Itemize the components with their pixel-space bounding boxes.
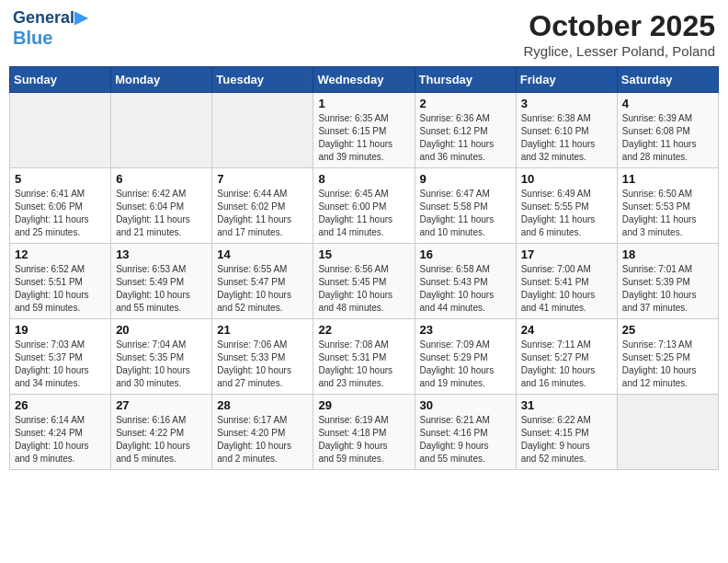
calendar-cell: 17Sunrise: 7:00 AMSunset: 5:41 PMDayligh… xyxy=(516,244,617,319)
calendar-cell: 31Sunrise: 6:22 AMSunset: 4:15 PMDayligh… xyxy=(516,395,617,470)
calendar-cell: 19Sunrise: 7:03 AMSunset: 5:37 PMDayligh… xyxy=(10,319,111,395)
calendar-cell: 28Sunrise: 6:17 AMSunset: 4:20 PMDayligh… xyxy=(212,395,313,470)
day-number: 13 xyxy=(116,247,207,261)
calendar-week-row: 19Sunrise: 7:03 AMSunset: 5:37 PMDayligh… xyxy=(10,319,719,395)
day-info: Sunrise: 6:45 AMSunset: 6:00 PMDaylight:… xyxy=(318,188,409,239)
calendar-cell: 20Sunrise: 7:04 AMSunset: 5:35 PMDayligh… xyxy=(111,319,212,395)
calendar-cell: 27Sunrise: 6:16 AMSunset: 4:22 PMDayligh… xyxy=(111,395,212,470)
location-subtitle: Ryglice, Lesser Poland, Poland xyxy=(524,43,715,59)
day-number: 23 xyxy=(420,323,511,337)
day-info: Sunrise: 6:35 AMSunset: 6:15 PMDaylight:… xyxy=(318,112,409,164)
day-info: Sunrise: 6:38 AMSunset: 6:10 PMDaylight:… xyxy=(521,112,612,164)
page-header: General▶ Blue October 2025 Ryglice, Less… xyxy=(9,9,719,59)
calendar-cell: 8Sunrise: 6:45 AMSunset: 6:00 PMDaylight… xyxy=(313,168,415,244)
day-info: Sunrise: 6:44 AMSunset: 6:02 PMDaylight:… xyxy=(217,188,308,239)
logo-text-blue: Blue xyxy=(13,28,87,48)
day-number: 3 xyxy=(521,97,612,110)
day-info: Sunrise: 6:19 AMSunset: 4:18 PMDaylight:… xyxy=(318,414,409,465)
calendar-table: SundayMondayTuesdayWednesdayThursdayFrid… xyxy=(9,66,719,470)
day-number: 16 xyxy=(420,247,511,261)
calendar-cell: 23Sunrise: 7:09 AMSunset: 5:29 PMDayligh… xyxy=(415,319,516,395)
day-number: 10 xyxy=(521,172,612,186)
day-info: Sunrise: 6:41 AMSunset: 6:06 PMDaylight:… xyxy=(15,188,106,239)
day-number: 18 xyxy=(622,247,713,261)
day-info: Sunrise: 6:21 AMSunset: 4:16 PMDaylight:… xyxy=(420,414,511,465)
calendar-cell: 22Sunrise: 7:08 AMSunset: 5:31 PMDayligh… xyxy=(313,319,415,395)
calendar-cell: 15Sunrise: 6:56 AMSunset: 5:45 PMDayligh… xyxy=(313,244,415,319)
day-number: 8 xyxy=(318,172,409,186)
day-info: Sunrise: 7:03 AMSunset: 5:37 PMDaylight:… xyxy=(15,339,106,390)
calendar-cell: 29Sunrise: 6:19 AMSunset: 4:18 PMDayligh… xyxy=(313,395,415,470)
day-number: 27 xyxy=(116,398,207,412)
calendar-cell: 30Sunrise: 6:21 AMSunset: 4:16 PMDayligh… xyxy=(415,395,516,470)
calendar-cell: 14Sunrise: 6:55 AMSunset: 5:47 PMDayligh… xyxy=(212,244,313,319)
day-info: Sunrise: 7:13 AMSunset: 5:25 PMDaylight:… xyxy=(622,339,713,390)
day-number: 6 xyxy=(116,172,207,186)
weekday-header: Saturday xyxy=(617,67,718,93)
calendar-cell: 2Sunrise: 6:36 AMSunset: 6:12 PMDaylight… xyxy=(415,93,516,168)
day-info: Sunrise: 6:53 AMSunset: 5:49 PMDaylight:… xyxy=(116,263,207,315)
calendar-cell: 16Sunrise: 6:58 AMSunset: 5:43 PMDayligh… xyxy=(415,244,516,319)
day-number: 5 xyxy=(15,172,106,186)
month-title: October 2025 xyxy=(524,9,715,43)
logo-text: General▶ xyxy=(13,9,87,28)
day-info: Sunrise: 6:47 AMSunset: 5:58 PMDaylight:… xyxy=(420,188,511,239)
day-info: Sunrise: 7:09 AMSunset: 5:29 PMDaylight:… xyxy=(420,339,511,390)
day-info: Sunrise: 6:49 AMSunset: 5:55 PMDaylight:… xyxy=(521,188,612,239)
calendar-cell: 5Sunrise: 6:41 AMSunset: 6:06 PMDaylight… xyxy=(10,168,111,244)
day-number: 14 xyxy=(217,247,308,261)
calendar-cell: 13Sunrise: 6:53 AMSunset: 5:49 PMDayligh… xyxy=(111,244,212,319)
day-number: 20 xyxy=(116,323,207,337)
weekday-header: Wednesday xyxy=(313,67,415,93)
day-number: 21 xyxy=(217,323,308,337)
day-info: Sunrise: 7:00 AMSunset: 5:41 PMDaylight:… xyxy=(521,263,612,315)
calendar-cell xyxy=(212,93,313,168)
calendar-week-row: 12Sunrise: 6:52 AMSunset: 5:51 PMDayligh… xyxy=(10,244,719,319)
weekday-header: Thursday xyxy=(415,67,516,93)
day-info: Sunrise: 7:11 AMSunset: 5:27 PMDaylight:… xyxy=(521,339,612,390)
day-info: Sunrise: 6:42 AMSunset: 6:04 PMDaylight:… xyxy=(116,188,207,239)
day-number: 19 xyxy=(15,323,106,337)
weekday-header: Tuesday xyxy=(212,67,313,93)
day-number: 11 xyxy=(622,172,713,186)
day-info: Sunrise: 6:39 AMSunset: 6:08 PMDaylight:… xyxy=(622,112,713,164)
day-number: 24 xyxy=(521,323,612,337)
day-number: 22 xyxy=(318,323,409,337)
day-number: 1 xyxy=(318,97,409,110)
calendar-week-row: 26Sunrise: 6:14 AMSunset: 4:24 PMDayligh… xyxy=(10,395,719,470)
day-info: Sunrise: 6:14 AMSunset: 4:24 PMDaylight:… xyxy=(15,414,106,465)
day-info: Sunrise: 7:01 AMSunset: 5:39 PMDaylight:… xyxy=(622,263,713,315)
day-info: Sunrise: 7:08 AMSunset: 5:31 PMDaylight:… xyxy=(318,339,409,390)
calendar-cell: 18Sunrise: 7:01 AMSunset: 5:39 PMDayligh… xyxy=(617,244,718,319)
calendar-week-row: 5Sunrise: 6:41 AMSunset: 6:06 PMDaylight… xyxy=(10,168,719,244)
day-info: Sunrise: 6:56 AMSunset: 5:45 PMDaylight:… xyxy=(318,263,409,315)
calendar-cell: 25Sunrise: 7:13 AMSunset: 5:25 PMDayligh… xyxy=(617,319,718,395)
calendar-cell: 10Sunrise: 6:49 AMSunset: 5:55 PMDayligh… xyxy=(516,168,617,244)
day-number: 31 xyxy=(521,398,612,412)
calendar-cell: 3Sunrise: 6:38 AMSunset: 6:10 PMDaylight… xyxy=(516,93,617,168)
logo: General▶ Blue xyxy=(13,9,87,48)
calendar-cell: 6Sunrise: 6:42 AMSunset: 6:04 PMDaylight… xyxy=(111,168,212,244)
day-info: Sunrise: 6:16 AMSunset: 4:22 PMDaylight:… xyxy=(116,414,207,465)
day-info: Sunrise: 7:06 AMSunset: 5:33 PMDaylight:… xyxy=(217,339,308,390)
day-number: 30 xyxy=(420,398,511,412)
day-info: Sunrise: 6:55 AMSunset: 5:47 PMDaylight:… xyxy=(217,263,308,315)
weekday-header: Sunday xyxy=(10,67,111,93)
day-info: Sunrise: 6:52 AMSunset: 5:51 PMDaylight:… xyxy=(15,263,106,315)
day-number: 7 xyxy=(217,172,308,186)
calendar-cell: 11Sunrise: 6:50 AMSunset: 5:53 PMDayligh… xyxy=(617,168,718,244)
calendar-cell xyxy=(10,93,111,168)
day-number: 15 xyxy=(318,247,409,261)
calendar-week-row: 1Sunrise: 6:35 AMSunset: 6:15 PMDaylight… xyxy=(10,93,719,168)
day-number: 28 xyxy=(217,398,308,412)
calendar-cell: 9Sunrise: 6:47 AMSunset: 5:58 PMDaylight… xyxy=(415,168,516,244)
day-info: Sunrise: 6:36 AMSunset: 6:12 PMDaylight:… xyxy=(420,112,511,164)
calendar-cell xyxy=(617,395,718,470)
calendar-cell: 12Sunrise: 6:52 AMSunset: 5:51 PMDayligh… xyxy=(10,244,111,319)
day-number: 25 xyxy=(622,323,713,337)
weekday-header: Monday xyxy=(111,67,212,93)
day-number: 12 xyxy=(15,247,106,261)
day-info: Sunrise: 6:17 AMSunset: 4:20 PMDaylight:… xyxy=(217,414,308,465)
day-number: 17 xyxy=(521,247,612,261)
calendar-cell: 7Sunrise: 6:44 AMSunset: 6:02 PMDaylight… xyxy=(212,168,313,244)
